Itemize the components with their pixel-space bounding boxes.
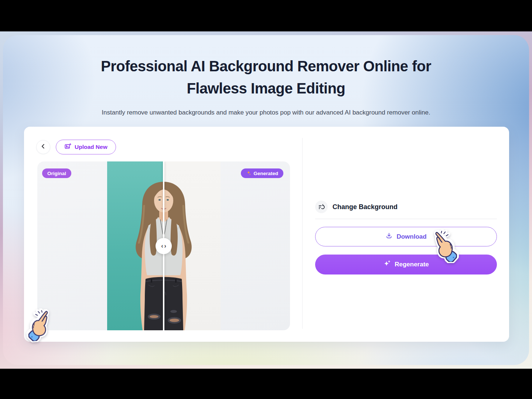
generated-badge-label: Generated	[253, 171, 278, 176]
handle-left-arrow: ‹	[161, 243, 163, 249]
page-title-line1: Professional AI Background Remover Onlin…	[101, 58, 431, 74]
download-button[interactable]: Download	[315, 227, 497, 246]
filter-reset-icon	[315, 201, 328, 213]
hero-section: Professional AI Background Remover Onlin…	[3, 35, 529, 116]
back-button[interactable]	[36, 140, 50, 154]
page-title: Professional AI Background Remover Onlin…	[3, 55, 529, 99]
upload-new-label: Upload New	[75, 144, 108, 150]
original-badge: Original	[42, 168, 71, 178]
letterbox-bottom	[0, 369, 532, 399]
change-background-header: Change Background	[315, 201, 398, 213]
handle-right-arrow: ›	[164, 243, 166, 249]
page-background: Professional AI Background Remover Onlin…	[0, 31, 532, 369]
letterbox-top	[0, 0, 532, 31]
editor-card: Upload New	[24, 127, 509, 342]
gradient-panel: Professional AI Background Remover Onlin…	[3, 35, 529, 365]
sparkle-icon	[246, 170, 251, 177]
upload-new-button[interactable]: Upload New	[56, 140, 116, 154]
page-title-line2: Flawless Image Editing	[187, 80, 345, 96]
original-badge-label: Original	[47, 171, 66, 176]
section-divider	[315, 219, 497, 219]
page-subtitle: Instantly remove unwanted backgrounds an…	[3, 109, 529, 116]
before-after-viewer: ‹ › Original Generated	[37, 161, 290, 330]
change-background-label: Change Background	[332, 203, 398, 211]
download-tray-icon	[385, 232, 393, 241]
sparkle-plus-icon	[383, 260, 391, 269]
regenerate-button[interactable]: Regenerate	[315, 255, 497, 274]
regenerate-label: Regenerate	[395, 261, 429, 268]
chevron-left-icon	[40, 143, 47, 151]
generated-badge: Generated	[241, 168, 283, 178]
image-plus-icon	[64, 143, 71, 151]
download-label: Download	[396, 233, 426, 241]
compare-slider-handle[interactable]: ‹ ›	[156, 238, 172, 254]
panel-divider	[302, 138, 303, 329]
actions-panel: Change Background Download	[315, 127, 497, 342]
